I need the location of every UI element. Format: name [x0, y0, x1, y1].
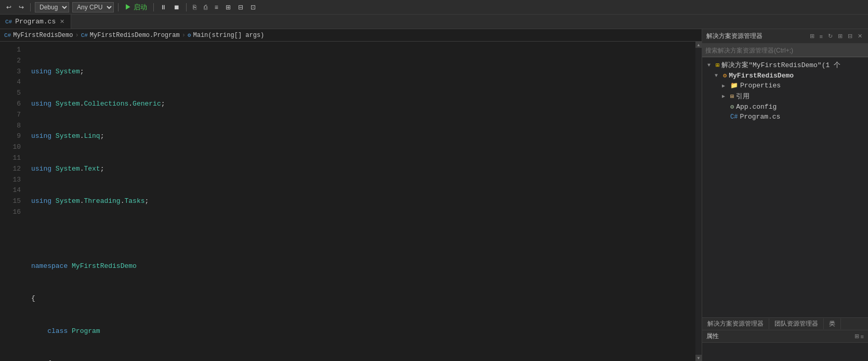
bottom-tab-solution-explorer[interactable]: 解决方案资源管理器 [702, 318, 769, 329]
appconfig-label: App.config [736, 103, 777, 111]
project-label: MyFirstRedisDemo [729, 72, 794, 80]
line-num-5: 5 [0, 88, 21, 99]
back-button[interactable]: ↩ [4, 3, 14, 12]
programcs-label: Program.cs [740, 113, 780, 121]
code-editor[interactable]: 1 2 3 4 5 6 7 8 9 10 11 12 13 14 15 16 u… [0, 42, 702, 361]
programcs-node[interactable]: ▶ C# Program.cs [702, 112, 868, 122]
line-num-4: 4 [0, 77, 21, 88]
code-line-1: using System; [31, 67, 695, 78]
scroll-up-arrow[interactable]: ▲ [695, 42, 702, 48]
code-line-5: using System.Threading.Tasks; [31, 196, 695, 207]
stop-button[interactable]: ⏹ [172, 3, 182, 12]
toolbar-separator-1 [30, 3, 31, 11]
se-close-btn[interactable]: ✕ [856, 32, 864, 40]
line-num-11: 11 [0, 153, 21, 164]
scroll-down-arrow[interactable]: ▼ [695, 355, 702, 361]
forward-button[interactable]: ↪ [17, 3, 26, 12]
tab-bar: C# Program.cs ✕ [0, 15, 868, 29]
breadcrumb-sep2: › [182, 32, 186, 39]
right-panel: 解决方案资源管理器 ⊞ ≡ ↻ ⊞ ⊟ ✕ ▼ ⊞ 解决方案"MyFirstRe… [702, 29, 868, 361]
project-icon: ⚙ [723, 72, 727, 80]
code-line-8: { [31, 293, 695, 304]
main-layout: C# MyFirstRedisDemo › C# MyFirstRedisDem… [0, 29, 868, 361]
cs-file-icon: C# [5, 19, 12, 25]
references-node[interactable]: ▶ ⊞ 引用 [702, 91, 868, 102]
line-num-8: 8 [0, 121, 21, 132]
solution-label: 解决方案"MyFirstRedisDemo"(1 个 [721, 60, 840, 70]
solution-explorer-header: 解决方案资源管理器 ⊞ ≡ ↻ ⊞ ⊟ ✕ [702, 29, 868, 44]
appconfig-icon: ⚙ [730, 103, 734, 111]
toolbar-separator-3 [153, 3, 154, 11]
properties-label: Properties [740, 82, 781, 89]
solution-tree: ▼ ⊞ 解决方案"MyFirstRedisDemo"(1 个 ▼ ⚙ MyFir… [702, 57, 868, 317]
properties-panel: 属性 ⊞ ≡ [702, 330, 868, 361]
properties-toolbar: ⊞ ≡ [854, 333, 864, 340]
breadcrumb-class-icon: C# [81, 32, 88, 38]
project-expand-arrow: ▼ [715, 73, 721, 79]
se-expand-btn[interactable]: ⊞ [836, 32, 844, 40]
toolbar-icon-4[interactable]: ⊞ [223, 3, 233, 12]
prop-sort-btn[interactable]: ⊞ [854, 333, 859, 340]
se-refresh-btn[interactable]: ↻ [826, 32, 834, 40]
breadcrumb-bar: C# MyFirstRedisDemo › C# MyFirstRedisDem… [0, 29, 702, 42]
start-button[interactable]: ▶ 启动 [123, 2, 149, 13]
solution-search-input[interactable] [702, 44, 868, 57]
toolbar-icon-3[interactable]: ≡ [213, 3, 220, 12]
line-num-16: 16 [0, 207, 21, 218]
code-line-7: namespace MyFirstRedisDemo [31, 261, 695, 272]
debug-config-dropdown[interactable]: Debug [35, 2, 69, 12]
properties-node[interactable]: ▶ 📁 Properties [702, 81, 868, 91]
references-expand-arrow: ▶ [722, 93, 728, 99]
line-num-14: 14 [0, 185, 21, 196]
properties-folder-icon: 📁 [730, 82, 738, 89]
programcs-icon: C# [730, 113, 738, 121]
bottom-tab-class[interactable]: 类 [824, 318, 841, 329]
line-num-1: 1 [0, 45, 21, 56]
breadcrumb-part1[interactable]: MyFirstRedisDemo [13, 32, 73, 39]
solution-bottom-tabs: 解决方案资源管理器 团队资源管理器 类 [702, 317, 868, 330]
se-sync-btn[interactable]: ⊞ [808, 32, 816, 40]
line-num-12: 12 [0, 164, 21, 175]
toolbar-icon-5[interactable]: ⊟ [236, 3, 245, 12]
toolbar-icon-6[interactable]: ⊡ [248, 3, 258, 12]
se-properties-btn[interactable]: ≡ [818, 32, 824, 40]
code-line-4: using System.Text; [31, 164, 695, 175]
line-numbers: 1 2 3 4 5 6 7 8 9 10 11 12 13 14 15 16 [0, 42, 26, 361]
appconfig-node[interactable]: ▶ ⚙ App.config [702, 102, 868, 112]
references-label: 引用 [736, 92, 749, 101]
project-node[interactable]: ▼ ⚙ MyFirstRedisDemo [702, 71, 868, 81]
code-line-2: using System.Collections.Generic; [31, 99, 695, 110]
breadcrumb-sep1: › [75, 32, 78, 39]
code-line-9: class Program [31, 326, 695, 337]
line-num-2: 2 [0, 56, 21, 67]
solution-explorer-title: 解决方案资源管理器 [706, 32, 762, 41]
solution-explorer-toolbar: ⊞ ≡ ↻ ⊞ ⊟ ✕ [808, 32, 864, 40]
prop-filter-btn[interactable]: ≡ [861, 333, 864, 340]
pause-button[interactable]: ⏸ [158, 3, 168, 12]
bottom-tab-team-explorer[interactable]: 团队资源管理器 [769, 318, 824, 329]
breadcrumb-part3[interactable]: Main(string[] args) [193, 32, 264, 39]
solution-node[interactable]: ▼ ⊞ 解决方案"MyFirstRedisDemo"(1 个 [702, 59, 868, 71]
toolbar-separator-2 [118, 3, 119, 11]
code-line-3: using System.Linq; [31, 131, 695, 142]
code-line-10: { [31, 358, 695, 361]
code-content[interactable]: using System; using System.Collections.G… [26, 42, 695, 361]
references-icon: ⊞ [730, 93, 734, 100]
code-line-6 [31, 229, 695, 240]
properties-title: 属性 [706, 332, 719, 341]
toolbar-icon-1[interactable]: ⎘ [191, 3, 199, 12]
line-num-13: 13 [0, 175, 21, 186]
cpu-config-dropdown[interactable]: Any CPU [72, 2, 114, 12]
se-collapse-btn[interactable]: ⊟ [846, 32, 854, 40]
line-num-15: 15 [0, 196, 21, 207]
solution-expand-arrow: ▼ [707, 62, 714, 68]
tab-program-cs[interactable]: C# Program.cs ✕ [0, 15, 71, 29]
breadcrumb-part2[interactable]: MyFirstRedisDemo.Program [90, 32, 180, 39]
toolbar: ↩ ↪ Debug Any CPU ▶ 启动 ⏸ ⏹ ⎘ ⎙ ≡ ⊞ ⊟ ⊡ [0, 0, 868, 15]
line-num-3: 3 [0, 67, 21, 78]
vertical-scrollbar[interactable]: ▲ ▼ [695, 42, 702, 361]
scroll-thumb[interactable] [695, 48, 702, 355]
toolbar-icon-2[interactable]: ⎙ [202, 3, 209, 12]
properties-header: 属性 ⊞ ≡ [702, 330, 868, 343]
tab-close-button[interactable]: ✕ [59, 18, 65, 25]
